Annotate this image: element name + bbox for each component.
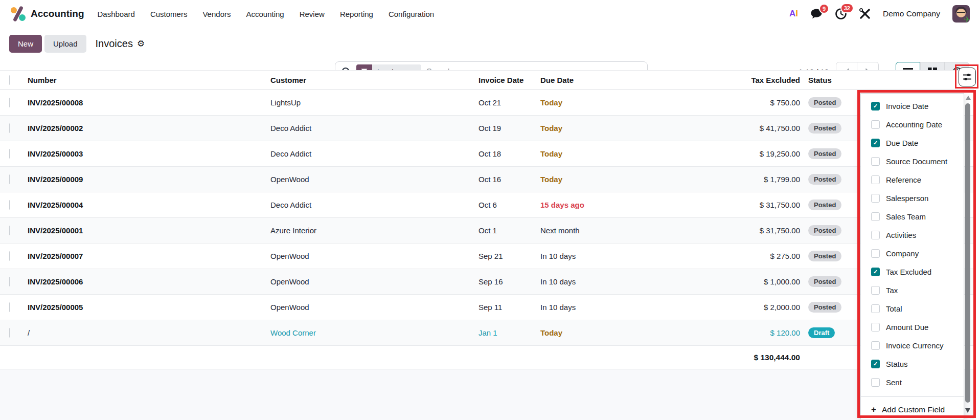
column-checkbox[interactable] xyxy=(871,341,880,350)
row-checkbox[interactable] xyxy=(9,149,10,159)
optional-column-tax-excluded[interactable]: Tax Excluded xyxy=(861,262,964,281)
ai-icon[interactable]: AI xyxy=(789,9,798,19)
invoice-tax-excluded: $ 750.00 xyxy=(677,98,800,107)
optional-column-invoice-currency[interactable]: Invoice Currency xyxy=(861,336,964,355)
gear-icon[interactable] xyxy=(137,38,145,49)
row-checkbox[interactable] xyxy=(9,328,10,338)
optional-columns-dropdown: Invoice Date Accounting Date Due Date So… xyxy=(860,93,964,420)
invoice-customer: Azure Interior xyxy=(263,226,470,235)
activities-button[interactable]: 32 xyxy=(835,8,847,20)
select-all-checkbox[interactable] xyxy=(9,75,10,85)
scroll-up-arrow-icon[interactable] xyxy=(966,96,971,100)
row-checkbox[interactable] xyxy=(9,302,10,312)
row-checkbox[interactable] xyxy=(9,277,10,286)
invoice-row[interactable]: INV/2025/00005 OpenWood Sep 11 In 10 day… xyxy=(0,295,974,320)
invoice-row[interactable]: INV/2025/00006 OpenWood Sep 16 In 10 day… xyxy=(0,269,974,295)
column-checkbox[interactable] xyxy=(871,212,880,221)
column-checkbox[interactable] xyxy=(871,120,880,129)
empty-area xyxy=(0,369,974,420)
messages-button[interactable]: 9 xyxy=(810,8,823,19)
optional-column-source-document[interactable]: Source Document xyxy=(861,152,964,170)
column-checkbox[interactable] xyxy=(871,249,880,258)
optional-column-activities[interactable]: Activities xyxy=(861,226,964,244)
row-checkbox[interactable] xyxy=(9,174,10,184)
upload-button[interactable]: Upload xyxy=(44,35,86,53)
optional-column-accounting-date[interactable]: Accounting Date xyxy=(861,115,964,134)
optional-column-sent[interactable]: Sent xyxy=(861,373,964,391)
invoice-row[interactable]: INV/2025/00003 Deco Addict Oct 18 Today … xyxy=(0,141,974,167)
column-checkbox[interactable] xyxy=(871,286,880,295)
debug-tools-button[interactable] xyxy=(859,8,871,19)
table-header: Number Customer Invoice Date Due Date Ta… xyxy=(0,70,974,90)
optional-column-invoice-date[interactable]: Invoice Date xyxy=(861,97,964,115)
invoice-row[interactable]: INV/2025/00004 Deco Addict Oct 6 15 days… xyxy=(0,192,974,218)
messages-badge: 9 xyxy=(819,4,829,14)
row-checkbox[interactable] xyxy=(9,98,10,107)
nav-item-dashboard[interactable]: Dashboard xyxy=(98,10,135,18)
column-checkbox[interactable] xyxy=(871,378,880,387)
optional-column-due-date[interactable]: Due Date xyxy=(861,134,964,152)
row-checkbox[interactable] xyxy=(9,123,10,133)
invoice-date: Sep 11 xyxy=(470,303,532,312)
column-checkbox[interactable] xyxy=(871,194,880,203)
optional-column-tax[interactable]: Tax xyxy=(861,281,964,299)
invoice-row[interactable]: INV/2025/00001 Azure Interior Oct 1 Next… xyxy=(0,218,974,244)
column-header-tax-excluded[interactable]: Tax Excluded xyxy=(677,76,800,84)
add-custom-field-button[interactable]: Add Custom Field xyxy=(861,400,964,419)
column-checkbox[interactable] xyxy=(871,268,880,276)
column-header-status[interactable]: Status xyxy=(800,76,877,84)
invoice-date: Oct 1 xyxy=(470,226,532,235)
optional-column-company[interactable]: Company xyxy=(861,244,964,262)
invoice-tax-excluded: $ 41,750.00 xyxy=(677,124,800,132)
invoice-number: / xyxy=(20,328,263,337)
nav-item-configuration[interactable]: Configuration xyxy=(389,10,434,18)
nav-item-vendors[interactable]: Vendors xyxy=(202,10,231,18)
column-checkbox[interactable] xyxy=(871,102,880,110)
column-header-due-date[interactable]: Due Date xyxy=(532,76,677,84)
invoice-customer: OpenWood xyxy=(263,303,470,312)
optional-column-reference[interactable]: Reference xyxy=(861,170,964,189)
invoice-customer: Wood Corner xyxy=(263,328,470,337)
optional-column-status[interactable]: Status xyxy=(861,355,964,373)
column-checkbox[interactable] xyxy=(871,231,880,239)
nav-item-reporting[interactable]: Reporting xyxy=(340,10,373,18)
invoice-row[interactable]: INV/2025/00008 LightsUp Oct 21 Today $ 7… xyxy=(0,90,974,116)
top-nav: Accounting Dashboard Customers Vendors A… xyxy=(0,0,980,28)
column-checkbox[interactable] xyxy=(871,157,880,166)
scrollbar-thumb[interactable] xyxy=(965,103,970,403)
optional-column-salesperson[interactable]: Salesperson xyxy=(861,189,964,207)
invoice-due-date: 15 days ago xyxy=(532,201,677,209)
nav-item-accounting[interactable]: Accounting xyxy=(246,10,284,18)
optional-column-amount-due[interactable]: Amount Due xyxy=(861,318,964,336)
new-button[interactable]: New xyxy=(9,35,42,53)
nav-item-customers[interactable]: Customers xyxy=(150,10,188,18)
column-header-number[interactable]: Number xyxy=(20,76,263,84)
optional-columns-button[interactable] xyxy=(959,68,976,86)
column-checkbox[interactable] xyxy=(871,175,880,184)
optional-column-sales-team[interactable]: Sales Team xyxy=(861,207,964,226)
dropdown-scrollbar[interactable] xyxy=(964,93,972,420)
user-avatar[interactable]: ✈ xyxy=(952,5,970,23)
row-checkbox[interactable] xyxy=(9,200,10,210)
column-label: Invoice Currency xyxy=(886,341,944,350)
company-selector[interactable]: Demo Company xyxy=(883,9,940,18)
invoice-due-date: In 10 days xyxy=(532,252,677,260)
app-switcher[interactable]: Accounting xyxy=(10,6,84,21)
invoice-row[interactable]: INV/2025/00007 OpenWood Sep 21 In 10 day… xyxy=(0,244,974,269)
invoice-row[interactable]: INV/2025/00002 Deco Addict Oct 19 Today … xyxy=(0,116,974,141)
column-header-customer[interactable]: Customer xyxy=(263,76,470,84)
column-checkbox[interactable] xyxy=(871,139,880,147)
dropdown-divider xyxy=(861,396,964,397)
column-checkbox[interactable] xyxy=(871,323,880,331)
nav-item-review[interactable]: Review xyxy=(300,10,325,18)
optional-column-total[interactable]: Total xyxy=(861,299,964,318)
activities-badge: 32 xyxy=(840,3,854,13)
row-checkbox[interactable] xyxy=(9,251,10,261)
column-checkbox[interactable] xyxy=(871,304,880,313)
row-checkbox[interactable] xyxy=(9,226,10,235)
column-checkbox[interactable] xyxy=(871,360,880,368)
scroll-down-arrow-icon[interactable] xyxy=(965,408,970,413)
invoice-row[interactable]: INV/2025/00009 OpenWood Oct 16 Today $ 1… xyxy=(0,167,974,192)
column-header-invoice-date[interactable]: Invoice Date xyxy=(470,76,532,84)
invoice-row[interactable]: / Wood Corner Jan 1 Today $ 120.00 Draft xyxy=(0,320,974,346)
